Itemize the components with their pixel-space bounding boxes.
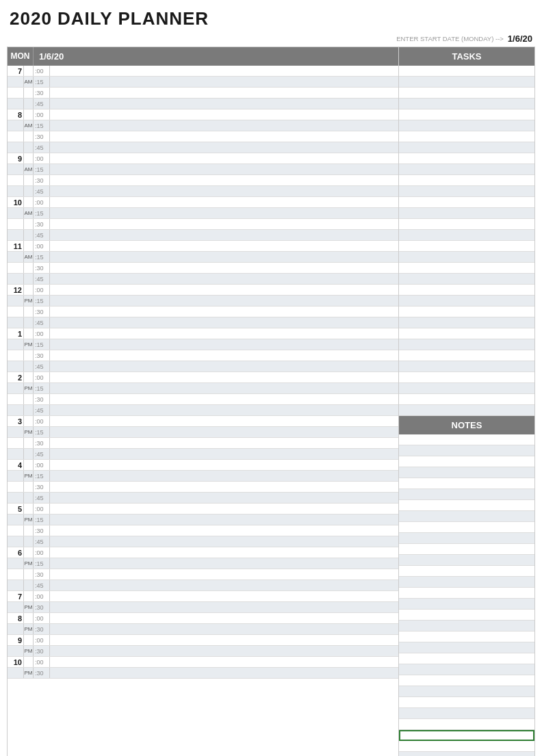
event-cell[interactable] xyxy=(50,186,398,196)
event-cell[interactable] xyxy=(50,263,398,273)
note-row[interactable] xyxy=(399,599,534,610)
task-row[interactable] xyxy=(399,383,534,394)
event-cell[interactable] xyxy=(50,131,398,142)
time-row[interactable]: :45 xyxy=(8,449,398,460)
task-row[interactable] xyxy=(399,296,534,307)
time-row[interactable]: :45 xyxy=(8,274,398,285)
note-row[interactable] xyxy=(399,478,534,489)
task-row[interactable] xyxy=(399,307,534,317)
event-cell[interactable] xyxy=(50,635,398,645)
time-row[interactable]: :45 xyxy=(8,142,398,153)
note-row[interactable] xyxy=(399,500,534,511)
note-row[interactable] xyxy=(399,719,534,730)
time-row[interactable]: :30 xyxy=(8,482,398,493)
time-row[interactable]: AM:15 xyxy=(8,120,398,131)
note-row[interactable] xyxy=(399,544,534,555)
time-row[interactable]: 12:00 xyxy=(8,285,398,296)
event-cell[interactable] xyxy=(50,383,398,393)
time-row[interactable]: :30 xyxy=(8,394,398,405)
task-row[interactable] xyxy=(399,285,534,296)
note-row[interactable] xyxy=(399,489,534,500)
event-cell[interactable] xyxy=(50,208,398,218)
time-row[interactable]: 9:00 xyxy=(8,635,398,646)
event-cell[interactable] xyxy=(50,438,398,448)
task-row[interactable] xyxy=(399,263,534,274)
time-row[interactable]: :45 xyxy=(8,405,398,416)
event-cell[interactable] xyxy=(50,120,398,131)
note-row[interactable] xyxy=(399,434,534,445)
event-cell[interactable] xyxy=(50,613,398,623)
time-row[interactable]: 3:00 xyxy=(8,416,398,427)
event-cell[interactable] xyxy=(50,569,398,579)
task-row[interactable] xyxy=(399,109,534,120)
time-row[interactable]: :30 xyxy=(8,131,398,142)
event-cell[interactable] xyxy=(50,525,398,536)
note-row[interactable] xyxy=(399,664,534,675)
time-row[interactable]: 1:00 xyxy=(8,328,398,339)
event-cell[interactable] xyxy=(50,197,398,207)
event-cell[interactable] xyxy=(50,460,398,470)
event-cell[interactable] xyxy=(50,558,398,569)
time-row[interactable]: 8:00 xyxy=(8,613,398,624)
event-cell[interactable] xyxy=(50,416,398,426)
note-row[interactable] xyxy=(399,566,534,577)
time-row[interactable]: :45 xyxy=(8,536,398,547)
time-row[interactable]: PM:30 xyxy=(8,668,398,679)
note-row[interactable] xyxy=(399,456,534,467)
note-row[interactable] xyxy=(399,533,534,544)
task-row[interactable] xyxy=(399,120,534,131)
event-cell[interactable] xyxy=(50,504,398,514)
note-row[interactable] xyxy=(399,642,534,653)
time-row[interactable]: PM:15 xyxy=(8,427,398,438)
task-row[interactable] xyxy=(399,164,534,175)
time-row[interactable]: :30 xyxy=(8,175,398,186)
task-row[interactable] xyxy=(399,328,534,339)
note-row[interactable] xyxy=(399,577,534,588)
task-row[interactable] xyxy=(399,350,534,361)
task-row[interactable] xyxy=(399,361,534,372)
time-row[interactable]: :45 xyxy=(8,493,398,504)
event-cell[interactable] xyxy=(50,296,398,306)
event-cell[interactable] xyxy=(50,580,398,590)
task-row[interactable] xyxy=(399,197,534,208)
time-row[interactable]: PM:15 xyxy=(8,514,398,525)
time-row[interactable]: 7:00 xyxy=(8,66,398,77)
task-row[interactable] xyxy=(399,241,534,252)
time-row[interactable]: PM:15 xyxy=(8,339,398,350)
task-row[interactable] xyxy=(399,208,534,219)
event-cell[interactable] xyxy=(50,88,398,98)
time-row[interactable]: :45 xyxy=(8,317,398,328)
note-row[interactable] xyxy=(399,741,534,752)
time-row[interactable]: :45 xyxy=(8,230,398,241)
event-cell[interactable] xyxy=(50,350,398,361)
time-row[interactable]: :30 xyxy=(8,219,398,230)
task-row[interactable] xyxy=(399,317,534,328)
note-row[interactable] xyxy=(399,697,534,708)
event-cell[interactable] xyxy=(50,361,398,372)
task-row[interactable] xyxy=(399,230,534,241)
event-cell[interactable] xyxy=(50,317,398,328)
note-row[interactable] xyxy=(399,588,534,599)
note-row[interactable] xyxy=(399,445,534,456)
event-cell[interactable] xyxy=(50,164,398,174)
note-row[interactable] xyxy=(399,467,534,478)
task-row[interactable] xyxy=(399,131,534,142)
task-row[interactable] xyxy=(399,274,534,285)
time-row[interactable]: 9:00 xyxy=(8,153,398,164)
time-row[interactable]: 10:00 xyxy=(8,197,398,208)
task-row[interactable] xyxy=(399,175,534,186)
event-cell[interactable] xyxy=(50,328,398,339)
time-row[interactable]: PM:30 xyxy=(8,624,398,635)
note-row[interactable] xyxy=(399,686,534,697)
event-cell[interactable] xyxy=(50,285,398,295)
note-row[interactable] xyxy=(399,708,534,719)
time-row[interactable]: :30 xyxy=(8,569,398,580)
time-row[interactable]: 2:00 xyxy=(8,372,398,383)
note-row[interactable] xyxy=(399,675,534,686)
task-row[interactable] xyxy=(399,77,534,88)
time-row[interactable]: PM:30 xyxy=(8,602,398,613)
time-row[interactable]: AM:15 xyxy=(8,208,398,219)
time-row[interactable]: :45 xyxy=(8,361,398,372)
task-row[interactable] xyxy=(399,186,534,197)
event-cell[interactable] xyxy=(50,536,398,547)
